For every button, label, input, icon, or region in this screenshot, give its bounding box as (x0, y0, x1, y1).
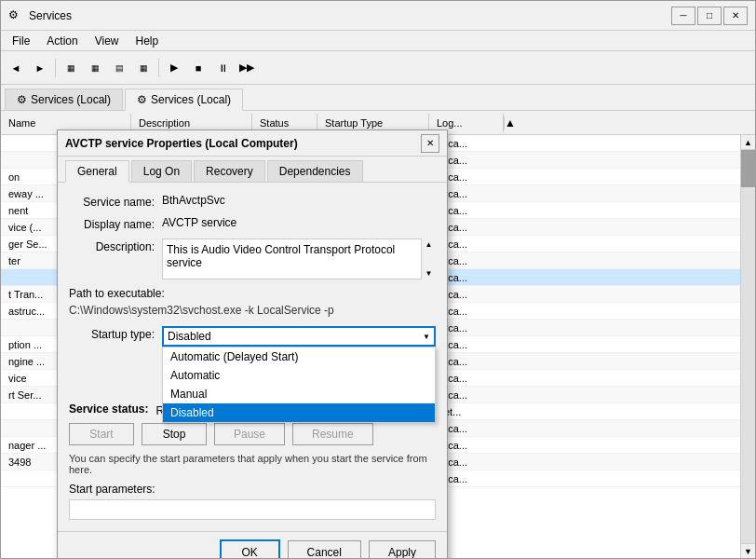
tab-icon-1: ⚙ (17, 93, 27, 106)
toolbar-back[interactable]: ◄ (5, 57, 27, 79)
desc-scroll-down[interactable]: ▼ (422, 267, 436, 280)
cancel-button[interactable]: Cancel (288, 540, 361, 558)
title-bar-controls: ─ □ ✕ (671, 7, 748, 25)
desc-scroll-up[interactable]: ▲ (422, 239, 436, 251)
close-button[interactable]: ✕ (723, 7, 748, 25)
dialog-tab-general[interactable]: General (65, 160, 129, 183)
window-title: Services (29, 9, 72, 22)
title-bar: ⚙ Services ─ □ ✕ (1, 1, 755, 31)
startup-option-disabled[interactable]: Disabled (163, 403, 435, 422)
display-name-row: Display name: AVCTP service (69, 216, 436, 231)
path-section: Path to executable: C:\Windows\system32\… (69, 287, 436, 319)
menu-file[interactable]: File (5, 33, 37, 49)
dialog-title-bar: AVCTP service Properties (Local Computer… (58, 130, 447, 157)
minimize-button[interactable]: ─ (671, 7, 695, 25)
main-window: ⚙ Services ─ □ ✕ File Action View Help ◄… (0, 0, 756, 559)
properties-dialog: AVCTP service Properties (Local Computer… (57, 130, 448, 558)
toolbar-sep-1 (55, 59, 56, 77)
start-params-section: Start parameters: (69, 483, 436, 520)
startup-option-auto-delayed[interactable]: Automatic (Delayed Start) (163, 348, 435, 366)
pause-service-button[interactable]: Pause (214, 423, 285, 445)
path-value: C:\Windows\system32\svchost.exe -k Local… (69, 302, 436, 319)
apply-button[interactable]: Apply (369, 540, 436, 558)
startup-option-automatic[interactable]: Automatic (163, 366, 435, 385)
resume-service-button[interactable]: Resume (292, 423, 373, 445)
startup-type-list: Automatic (Delayed Start) Automatic Manu… (162, 347, 436, 423)
service-name-label: Service name: (69, 194, 162, 209)
toolbar-stop[interactable]: ■ (187, 57, 209, 79)
startup-type-label: Startup type: (69, 326, 162, 341)
service-name-value: BthAvctpSvc (162, 194, 436, 207)
maximize-button[interactable]: □ (697, 7, 722, 25)
toolbar-restart[interactable]: ▶▶ (236, 57, 258, 79)
app-icon: ⚙ (8, 8, 23, 23)
tab-icon-2: ⚙ (137, 93, 147, 106)
stop-service-button[interactable]: Stop (142, 423, 207, 445)
toolbar-forward[interactable]: ► (29, 57, 51, 79)
tab-label-2: Services (Local) (151, 93, 231, 106)
ok-button[interactable]: OK (220, 539, 280, 558)
dialog-content: Service name: BthAvctpSvc Display name: … (58, 183, 447, 531)
dialog-buttons: OK Cancel Apply (58, 531, 447, 558)
dropdown-arrow-icon: ▼ (423, 333, 430, 341)
toolbar: ◄ ► ▦ ▦ ▤ ▦ ▶ ■ ⏸ ▶▶ (1, 51, 755, 85)
dialog-tabs: General Log On Recovery Dependencies (58, 157, 447, 183)
start-params-input[interactable] (69, 499, 436, 520)
scroll-track[interactable] (741, 150, 755, 543)
start-params-label: Start parameters: (69, 483, 436, 496)
toolbar-pause[interactable]: ⏸ (211, 57, 234, 79)
menu-action[interactable]: Action (39, 33, 85, 49)
content-area: Name Description Status Startup Type Log… (1, 111, 755, 558)
description-row: Description: This is Audio Video Control… (69, 239, 436, 280)
startup-type-row: Startup type: Disabled ▼ Automatic (69, 326, 436, 347)
toolbar-btn-3[interactable]: ▤ (108, 57, 130, 79)
dialog-close-button[interactable]: ✕ (421, 134, 439, 153)
dialog-tab-recovery[interactable]: Recovery (194, 160, 265, 182)
display-name-value: AVCTP service (162, 216, 436, 229)
toolbar-btn-1[interactable]: ▦ (60, 57, 82, 79)
scroll-thumb[interactable] (741, 150, 755, 187)
service-name-row: Service name: BthAvctpSvc (69, 194, 436, 209)
tab-services-local-1[interactable]: ⚙ Services (Local) (5, 89, 123, 110)
help-text: You can specify the start parameters tha… (69, 453, 436, 475)
scroll-down-btn[interactable]: ▼ (741, 543, 755, 558)
title-bar-left: ⚙ Services (8, 8, 72, 23)
startup-type-selected[interactable]: Disabled ▼ (162, 326, 436, 347)
description-label: Description: (69, 239, 162, 253)
dialog-tab-logon[interactable]: Log On (131, 160, 192, 182)
tab-services-local-2[interactable]: ⚙ Services (Local) (125, 89, 243, 111)
table-scrollbar[interactable]: ▲ ▼ (740, 135, 755, 558)
startup-dropdown-container: Disabled ▼ Automatic (Delayed Start) Aut… (162, 326, 436, 347)
tab-bar: ⚙ Services (Local) ⚙ Services (Local) (1, 85, 755, 111)
toolbar-sep-2 (158, 59, 159, 77)
dialog-tab-dependencies[interactable]: Dependencies (267, 160, 363, 182)
description-text: This is Audio Video Control Transport Pr… (167, 243, 395, 269)
menu-help[interactable]: Help (128, 33, 167, 49)
startup-selected-text: Disabled (168, 330, 211, 343)
toolbar-btn-2[interactable]: ▦ (84, 57, 106, 79)
startup-option-manual[interactable]: Manual (163, 385, 435, 403)
desc-scroll-track (422, 251, 436, 267)
toolbar-btn-4[interactable]: ▦ (132, 57, 155, 79)
status-label: Service status: (69, 402, 148, 416)
tab-label-1: Services (Local) (31, 93, 111, 106)
display-name-label: Display name: (69, 216, 162, 231)
service-control-buttons: Start Stop Pause Resume (69, 423, 436, 445)
description-scrollbar[interactable]: ▲ ▼ (421, 239, 436, 280)
header-scrollbar: ▲ (504, 116, 519, 130)
start-service-button[interactable]: Start (69, 423, 134, 445)
startup-type-dropdown[interactable]: Disabled ▼ Automatic (Delayed Start) Aut… (162, 326, 436, 347)
dialog-title: AVCTP service Properties (Local Computer… (65, 137, 298, 150)
toolbar-play[interactable]: ▶ (163, 57, 185, 79)
scroll-up-btn[interactable]: ▲ (741, 135, 755, 150)
menu-bar: File Action View Help (1, 31, 755, 51)
description-container: This is Audio Video Control Transport Pr… (162, 239, 436, 280)
description-box: This is Audio Video Control Transport Pr… (162, 239, 436, 280)
menu-view[interactable]: View (88, 33, 127, 49)
path-label: Path to executable: (69, 287, 436, 300)
